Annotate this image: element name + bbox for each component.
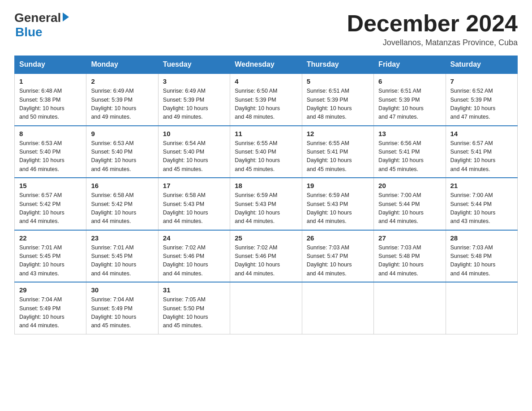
day-number: 19 xyxy=(307,182,369,189)
daylight-text: Daylight: 10 hours xyxy=(163,314,208,320)
daylight-minutes: and 47 minutes. xyxy=(450,114,490,120)
sunset-text: Sunset: 5:39 PM xyxy=(91,97,132,103)
daylight-minutes: and 44 minutes. xyxy=(307,218,347,224)
calendar-cell: 17Sunrise: 6:58 AMSunset: 5:43 PMDayligh… xyxy=(158,178,230,230)
calendar-body: 1Sunrise: 6:48 AMSunset: 5:38 PMDaylight… xyxy=(15,73,518,334)
sunrise-text: Sunrise: 6:59 AM xyxy=(307,192,349,198)
calendar-cell: 22Sunrise: 7:01 AMSunset: 5:45 PMDayligh… xyxy=(15,230,86,283)
day-number: 3 xyxy=(163,77,225,85)
daylight-minutes: and 49 minutes. xyxy=(163,114,203,120)
header-cell-tuesday: Tuesday xyxy=(158,56,230,74)
logo-blue-text: Blue xyxy=(15,25,43,39)
calendar-cell: 5Sunrise: 6:51 AMSunset: 5:39 PMDaylight… xyxy=(302,73,373,126)
day-number: 4 xyxy=(235,77,297,85)
sunset-text: Sunset: 5:41 PM xyxy=(307,149,348,155)
sunrise-text: Sunrise: 6:48 AM xyxy=(19,88,62,94)
sunrise-text: Sunrise: 7:04 AM xyxy=(19,296,62,303)
calendar-cell xyxy=(302,282,373,334)
sunset-text: Sunset: 5:42 PM xyxy=(19,201,60,207)
calendar-cell: 14Sunrise: 6:57 AMSunset: 5:41 PMDayligh… xyxy=(446,126,517,178)
sunrise-text: Sunrise: 7:02 AM xyxy=(163,244,206,251)
daylight-minutes: and 43 minutes. xyxy=(450,218,490,224)
daylight-text: Daylight: 10 hours xyxy=(91,157,136,163)
daylight-minutes: and 47 minutes. xyxy=(378,114,418,120)
daylight-text: Daylight: 10 hours xyxy=(163,261,208,268)
day-info: Sunrise: 7:00 AMSunset: 5:44 PMDaylight:… xyxy=(450,191,513,226)
page-header: General Blue December 2024 Jovellanos, M… xyxy=(14,11,518,47)
calendar-cell: 20Sunrise: 7:00 AMSunset: 5:44 PMDayligh… xyxy=(374,178,446,230)
day-number: 26 xyxy=(307,234,369,242)
day-number: 12 xyxy=(307,130,369,137)
sunrise-text: Sunrise: 6:53 AM xyxy=(91,140,133,146)
daylight-text: Daylight: 10 hours xyxy=(378,157,424,163)
calendar-cell: 30Sunrise: 7:04 AMSunset: 5:49 PMDayligh… xyxy=(86,282,158,334)
sunrise-text: Sunrise: 6:54 AM xyxy=(163,140,206,146)
calendar-cell: 18Sunrise: 6:59 AMSunset: 5:43 PMDayligh… xyxy=(230,178,302,230)
day-number: 10 xyxy=(163,130,225,137)
sunrise-text: Sunrise: 7:05 AM xyxy=(163,296,206,303)
daylight-text: Daylight: 10 hours xyxy=(307,210,352,216)
sunset-text: Sunset: 5:46 PM xyxy=(235,253,276,259)
day-number: 31 xyxy=(163,286,225,294)
sunrise-text: Sunrise: 6:59 AM xyxy=(235,192,277,198)
day-number: 23 xyxy=(91,234,153,242)
daylight-minutes: and 48 minutes. xyxy=(307,114,347,120)
calendar-subtitle: Jovellanos, Matanzas Province, Cuba xyxy=(347,38,518,47)
sunrise-text: Sunrise: 6:50 AM xyxy=(235,88,277,94)
daylight-text: Daylight: 10 hours xyxy=(19,157,64,163)
calendar-week-5: 29Sunrise: 7:04 AMSunset: 5:49 PMDayligh… xyxy=(15,282,518,334)
sunset-text: Sunset: 5:45 PM xyxy=(19,253,60,259)
daylight-text: Daylight: 10 hours xyxy=(450,157,496,163)
sunrise-text: Sunrise: 6:49 AM xyxy=(91,88,133,94)
daylight-minutes: and 44 minutes. xyxy=(307,270,347,277)
day-number: 24 xyxy=(163,234,225,242)
calendar-cell: 24Sunrise: 7:02 AMSunset: 5:46 PMDayligh… xyxy=(158,230,230,283)
calendar-cell: 31Sunrise: 7:05 AMSunset: 5:50 PMDayligh… xyxy=(158,282,230,334)
calendar-cell: 21Sunrise: 7:00 AMSunset: 5:44 PMDayligh… xyxy=(446,178,517,230)
daylight-minutes: and 45 minutes. xyxy=(235,166,275,172)
sunset-text: Sunset: 5:38 PM xyxy=(19,97,60,103)
calendar-week-3: 15Sunrise: 6:57 AMSunset: 5:42 PMDayligh… xyxy=(15,178,518,230)
day-number: 27 xyxy=(378,234,441,242)
sunrise-text: Sunrise: 6:51 AM xyxy=(378,88,421,94)
day-info: Sunrise: 7:02 AMSunset: 5:46 PMDaylight:… xyxy=(235,244,297,278)
sunrise-text: Sunrise: 6:56 AM xyxy=(378,140,421,146)
sunset-text: Sunset: 5:50 PM xyxy=(163,305,204,312)
sunset-text: Sunset: 5:41 PM xyxy=(378,149,420,155)
day-info: Sunrise: 6:59 AMSunset: 5:43 PMDaylight:… xyxy=(307,191,369,226)
sunset-text: Sunset: 5:48 PM xyxy=(378,253,420,259)
day-info: Sunrise: 6:53 AMSunset: 5:40 PMDaylight:… xyxy=(19,139,82,174)
calendar-cell xyxy=(374,282,446,334)
sunrise-text: Sunrise: 6:52 AM xyxy=(450,88,493,94)
daylight-minutes: and 46 minutes. xyxy=(91,166,131,172)
calendar-cell: 19Sunrise: 6:59 AMSunset: 5:43 PMDayligh… xyxy=(302,178,373,230)
sunset-text: Sunset: 5:39 PM xyxy=(163,97,204,103)
day-number: 20 xyxy=(378,182,441,189)
sunset-text: Sunset: 5:49 PM xyxy=(19,305,60,312)
day-info: Sunrise: 6:49 AMSunset: 5:39 PMDaylight:… xyxy=(163,87,225,122)
day-info: Sunrise: 7:04 AMSunset: 5:49 PMDaylight:… xyxy=(91,295,153,330)
daylight-text: Daylight: 10 hours xyxy=(307,105,352,111)
daylight-text: Daylight: 10 hours xyxy=(378,261,424,268)
sunrise-text: Sunrise: 6:57 AM xyxy=(19,192,62,198)
sunset-text: Sunset: 5:49 PM xyxy=(91,305,132,312)
calendar-cell: 9Sunrise: 6:53 AMSunset: 5:40 PMDaylight… xyxy=(86,126,158,178)
header-cell-wednesday: Wednesday xyxy=(230,56,302,74)
logo: General Blue xyxy=(14,11,69,39)
daylight-text: Daylight: 10 hours xyxy=(450,105,496,111)
day-number: 28 xyxy=(450,234,513,242)
sunrise-text: Sunrise: 7:01 AM xyxy=(91,244,133,251)
sunset-text: Sunset: 5:45 PM xyxy=(91,253,132,259)
header-cell-friday: Friday xyxy=(374,56,446,74)
day-number: 16 xyxy=(91,182,153,189)
calendar-cell: 1Sunrise: 6:48 AMSunset: 5:38 PMDaylight… xyxy=(15,73,86,126)
day-info: Sunrise: 7:03 AMSunset: 5:48 PMDaylight:… xyxy=(378,244,441,278)
calendar-cell: 3Sunrise: 6:49 AMSunset: 5:39 PMDaylight… xyxy=(158,73,230,126)
daylight-text: Daylight: 10 hours xyxy=(163,105,208,111)
sunset-text: Sunset: 5:44 PM xyxy=(450,201,492,207)
calendar-cell: 25Sunrise: 7:02 AMSunset: 5:46 PMDayligh… xyxy=(230,230,302,283)
daylight-text: Daylight: 10 hours xyxy=(19,210,64,216)
sunrise-text: Sunrise: 6:57 AM xyxy=(450,140,493,146)
day-number: 6 xyxy=(378,77,441,85)
day-number: 30 xyxy=(91,286,153,294)
